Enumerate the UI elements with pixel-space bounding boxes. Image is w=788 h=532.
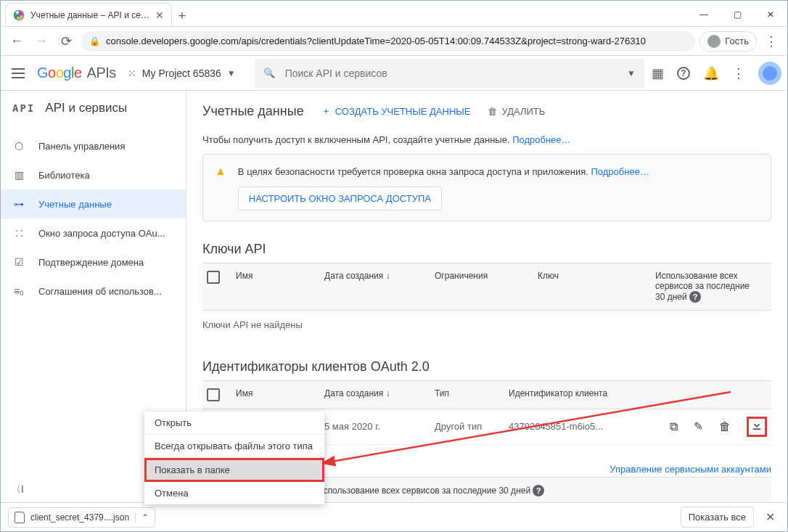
hamburger-menu-button[interactable]: [7, 62, 30, 85]
create-credentials-button[interactable]: ＋СОЗДАТЬ УЧЕТНЫЕ ДАННЫЕ: [321, 105, 471, 118]
window-min-button[interactable]: —: [687, 3, 721, 26]
page-title: Учетные данные: [202, 104, 304, 119]
ctx-cancel[interactable]: Отмена: [144, 482, 324, 504]
plus-icon: ＋: [321, 105, 331, 118]
ctx-open[interactable]: Открыть: [144, 412, 324, 435]
col-key[interactable]: Ключ: [538, 271, 647, 281]
delete-row-icon[interactable]: 🗑: [719, 420, 731, 433]
tab-title: Учетные данные – API и сервис: [30, 10, 149, 20]
sidebar-item-credentials[interactable]: ⊶Учетные данные: [1, 189, 186, 218]
browser-tab[interactable]: Учетные данные – API и сервис ✕: [5, 3, 172, 26]
address-bar[interactable]: 🔒 console.developers.google.com/apis/cre…: [81, 31, 695, 52]
notifications-icon[interactable]: 🔔: [703, 65, 719, 81]
sidebar-item-agreements[interactable]: ≡₀Соглашения об использов...: [1, 277, 186, 306]
download-context-menu: Открыть Всегда открывать файлы этого тип…: [144, 412, 324, 504]
project-name: My Project 65836: [142, 67, 221, 79]
gift-icon[interactable]: ▦: [652, 65, 664, 81]
guest-label: Гость: [725, 36, 749, 46]
help-icon[interactable]: ?: [533, 485, 544, 496]
col-usage[interactable]: Использование всех сервисов за последние…: [655, 271, 767, 303]
file-icon: [15, 512, 25, 523]
window-close-button[interactable]: ✕: [754, 3, 787, 26]
sidebar-item-library[interactable]: ▥Библиотека: [1, 160, 186, 189]
client-type: Другой тип: [435, 421, 500, 432]
download-chevron-icon[interactable]: ⌃: [135, 512, 149, 523]
col-type[interactable]: Тип: [435, 388, 500, 398]
sort-down-icon: ↓: [386, 271, 390, 281]
project-selector[interactable]: ⁙ My Project 65836 ▼: [128, 67, 236, 79]
col-usage[interactable]: Использование всех сервисов за последние…: [317, 485, 767, 496]
download-chip[interactable]: client_secret_4379....json ⌃: [8, 507, 155, 528]
help-icon[interactable]: ?: [689, 291, 701, 303]
library-icon: ▥: [12, 169, 25, 181]
search-dropdown-icon[interactable]: ▼: [627, 68, 636, 78]
key-icon: ⊶: [12, 198, 25, 210]
col-date[interactable]: Дата создания ↓: [324, 388, 426, 398]
sidebar-item-dashboard[interactable]: ⬡Панель управления: [1, 131, 186, 160]
col-date[interactable]: Дата создания ↓: [324, 271, 426, 281]
domain-icon: ☑: [12, 256, 25, 268]
show-all-downloads-button[interactable]: Показать все: [681, 507, 754, 528]
configure-consent-button[interactable]: НАСТРОИТЬ ОКНО ЗАПРОСА ДОСТУПА: [238, 187, 442, 210]
sidebar-item-consent[interactable]: ⸬Окно запроса доступа OAu...: [1, 218, 186, 247]
help-icon[interactable]: ?: [677, 67, 690, 80]
sidebar-item-domain[interactable]: ☑Подтверждение домена: [1, 247, 186, 277]
dropdown-icon: ▼: [227, 68, 236, 78]
url-text: console.developers.google.com/apis/crede…: [106, 36, 646, 46]
more-icon[interactable]: ⋮: [732, 65, 745, 81]
client-date: 5 мая 2020 г.: [324, 421, 426, 432]
window-max-button[interactable]: ▢: [721, 3, 754, 26]
new-tab-button[interactable]: +: [172, 6, 192, 26]
browser-menu-button[interactable]: ⋮: [761, 33, 781, 49]
trash-icon: 🗑: [488, 106, 497, 117]
select-all-checkbox[interactable]: [207, 271, 220, 284]
edit-icon[interactable]: ✎: [694, 420, 703, 433]
search-box[interactable]: 🔍 ▼: [255, 59, 644, 88]
col-name[interactable]: Имя: [236, 388, 316, 398]
ctx-always-open[interactable]: Всегда открывать файлы этого типа: [144, 435, 324, 458]
google-apis-logo[interactable]: Google APIs: [37, 65, 116, 81]
account-avatar[interactable]: [758, 62, 781, 85]
nav-reload-button[interactable]: ⟳: [56, 31, 76, 52]
sort-down-icon: ↓: [386, 388, 390, 398]
svg-point-1: [17, 13, 20, 17]
close-download-bar-button[interactable]: ✕: [760, 510, 780, 524]
col-client-id[interactable]: Идентификатор клиента: [509, 388, 647, 398]
guest-profile-button[interactable]: Гость: [699, 31, 757, 52]
col-restrictions[interactable]: Ограничения: [435, 271, 529, 281]
manage-service-accounts-link[interactable]: Управление сервисными аккаунтами: [610, 464, 771, 475]
collapse-sidebar-button[interactable]: 〈I: [11, 483, 24, 496]
nav-back-button[interactable]: ←: [7, 31, 27, 52]
guest-avatar-icon: [707, 35, 721, 48]
download-json-button[interactable]: [747, 417, 767, 437]
info-text: Чтобы получить доступ к включенным API, …: [202, 134, 771, 145]
warning-icon: ▲: [215, 165, 226, 178]
close-tab-icon[interactable]: ✕: [155, 9, 164, 21]
sidebar-title: API и сервисы: [45, 101, 127, 115]
favicon-icon: [13, 9, 25, 21]
learnmore-link[interactable]: Подробнее…: [512, 134, 570, 145]
consent-icon: ⸬: [12, 227, 25, 240]
api-keys-empty: Ключи API не найдены: [202, 311, 771, 339]
project-icon: ⁙: [128, 67, 136, 79]
oauth-title: Идентификаторы клиентов OAuth 2.0: [202, 359, 771, 375]
agreements-icon: ≡₀: [12, 285, 25, 297]
dashboard-icon: ⬡: [12, 140, 25, 152]
oauth-select-all-checkbox[interactable]: [207, 388, 220, 401]
client-id: 43792645851-m6io5...: [509, 421, 647, 432]
ctx-show-in-folder[interactable]: Показать в папке: [144, 458, 324, 482]
api-keys-title: Ключи API: [202, 242, 771, 257]
nav-forward-button: →: [31, 31, 52, 52]
delete-button[interactable]: 🗑УДАЛИТЬ: [488, 106, 545, 117]
download-filename: client_secret_4379....json: [30, 512, 129, 523]
api-logo-icon: API: [12, 102, 35, 114]
copy-icon[interactable]: ⧉: [670, 420, 678, 433]
col-name[interactable]: Имя: [236, 271, 316, 281]
consent-warning: ▲ В целях безопасности требуется проверк…: [202, 154, 771, 221]
warn-learnmore-link[interactable]: Подробнее…: [591, 166, 649, 177]
search-icon: 🔍: [263, 67, 275, 78]
lock-icon: 🔒: [89, 36, 100, 46]
search-input[interactable]: [284, 67, 618, 80]
